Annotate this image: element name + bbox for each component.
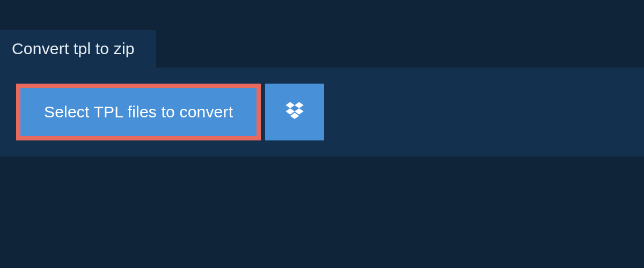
upload-row: Select TPL files to convert bbox=[16, 84, 628, 140]
tab-label: Convert tpl to zip bbox=[12, 40, 135, 57]
dropbox-button[interactable] bbox=[265, 84, 324, 140]
dropbox-icon bbox=[284, 100, 305, 124]
upload-panel: Select TPL files to convert bbox=[0, 68, 644, 157]
select-files-button[interactable]: Select TPL files to convert bbox=[16, 84, 261, 140]
tab-strip: Convert tpl to zip bbox=[0, 0, 644, 68]
tab-convert[interactable]: Convert tpl to zip bbox=[0, 30, 156, 68]
select-files-label: Select TPL files to convert bbox=[44, 103, 233, 121]
